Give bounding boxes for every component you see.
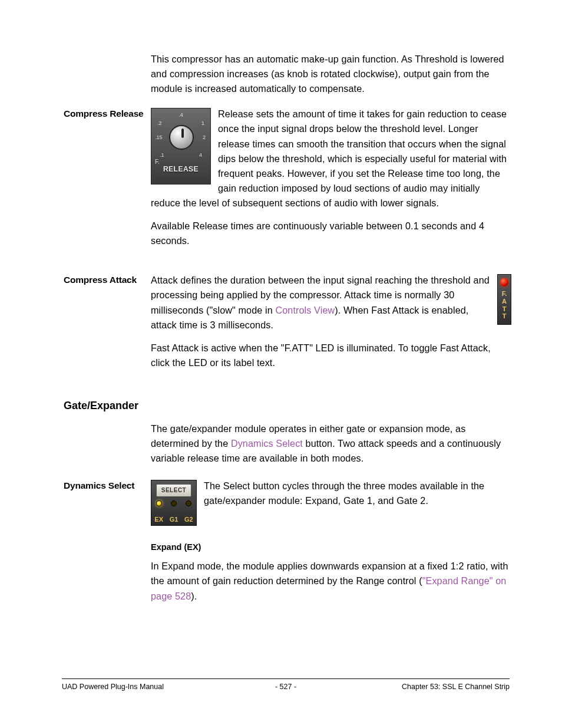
compress-attack-label: Compress Attack <box>64 273 151 285</box>
compress-release-label: Compress Release <box>64 107 151 119</box>
select-button-graphic: SELECT EX G1 G2 <box>151 480 197 526</box>
footer-center: - 527 - <box>62 683 510 691</box>
dynamics-select-row: Dynamics Select SELECT EX G1 G2 The Sele… <box>64 479 511 528</box>
fatt-led-graphic: F. A T T <box>497 274 511 325</box>
knob-tick-l1: .2 <box>157 120 162 126</box>
gate-expander-heading: Gate/Expander <box>64 400 511 412</box>
expand-ex-p1-post: ). <box>191 591 197 601</box>
fatt-label: F. A T T <box>498 290 511 320</box>
select-led-labels: EX G1 G2 <box>151 516 196 523</box>
expand-ex-p1: In Expand mode, the module applies downw… <box>151 559 511 603</box>
led-ex <box>156 500 162 506</box>
controls-view-link[interactable]: Controls View <box>275 305 335 315</box>
release-knob-graphic: .4 .2 1 .15 2 .1 4 F. RELEASE <box>151 108 211 185</box>
compress-attack-row: Compress Attack F. A T T Attack defines … <box>64 273 511 378</box>
fatt-led-icon <box>500 278 508 286</box>
led-label-g1: G1 <box>170 516 178 523</box>
dynamics-select-p1: The Select button cycles through the thr… <box>151 479 511 508</box>
led-label-ex: EX <box>154 516 163 523</box>
compress-attack-p1: Attack defines the duration between the … <box>151 273 511 332</box>
compress-release-p2: Available Release times are continuously… <box>151 219 511 248</box>
dynamics-select-label: Dynamics Select <box>64 479 151 491</box>
compress-release-row: Compress Release .4 .2 1 .15 2 .1 4 F. R… <box>64 107 511 256</box>
gate-expander-p1: The gate/expander module operates in eit… <box>151 421 511 466</box>
knob-tick-l2: .15 <box>155 134 163 140</box>
select-leds <box>151 500 196 506</box>
led-label-g2: G2 <box>184 516 193 523</box>
intro-paragraph: This compressor has an automatic make-up… <box>151 52 511 96</box>
page-content: This compressor has an automatic make-up… <box>64 52 511 612</box>
compress-release-content: .4 .2 1 .15 2 .1 4 F. RELEASE Release se… <box>151 107 511 256</box>
knob-f-label: F. <box>155 159 160 165</box>
page-footer: UAD Powered Plug-Ins Manual - 527 - Chap… <box>62 678 510 691</box>
knob-dial <box>169 125 194 150</box>
select-button-face: SELECT <box>156 484 191 497</box>
dynamics-select-link[interactable]: Dynamics Select <box>231 438 303 449</box>
compress-attack-p2: Fast Attack is active when the "F.ATT" L… <box>151 341 511 370</box>
knob-tick-r3: 4 <box>199 152 202 158</box>
compress-attack-content: F. A T T Attack defines the duration bet… <box>151 273 511 378</box>
expand-ex-heading: Expand (EX) <box>151 542 511 552</box>
knob-tick-r2: 2 <box>203 134 206 140</box>
dynamics-select-content: SELECT EX G1 G2 The Select button cycles… <box>151 479 511 528</box>
knob-tick-top: .4 <box>151 112 210 118</box>
knob-tick-l3: .1 <box>160 152 164 158</box>
knob-main-label: RELEASE <box>151 165 210 173</box>
led-g2 <box>186 500 191 506</box>
knob-tick-r1: 1 <box>201 120 204 126</box>
led-g1 <box>171 500 177 506</box>
